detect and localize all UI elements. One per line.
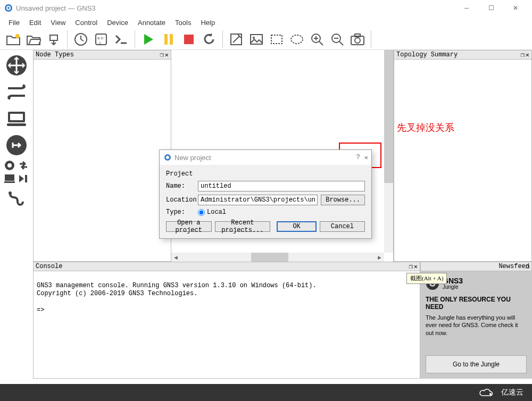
- canvas-horizontal-scrollbar[interactable]: [171, 253, 384, 262]
- console-body[interactable]: GNS3 management console. Running GNS3 ve…: [33, 271, 420, 379]
- device-sync-icon[interactable]: [18, 160, 29, 171]
- svg-point-34: [7, 163, 12, 168]
- reload-icon[interactable]: [200, 30, 218, 48]
- menubar: File Edit View Control Device Annotate T…: [0, 16, 532, 29]
- footer-brand: 亿速云: [501, 388, 523, 397]
- cloud-logo-icon: [478, 387, 496, 398]
- console-icon[interactable]: [112, 30, 130, 48]
- node-types-title: Node Types: [36, 51, 74, 59]
- svg-text:a b: a b: [97, 36, 104, 40]
- svg-rect-15: [271, 35, 282, 44]
- ok-button[interactable]: OK: [277, 221, 316, 232]
- location-input[interactable]: [198, 195, 318, 205]
- console-dock-icon[interactable]: ❐: [409, 263, 413, 271]
- window-title: Unsaved project — GNS3: [16, 4, 96, 12]
- annotation-label: 先叉掉没关系: [397, 121, 454, 134]
- stop-icon[interactable]: [180, 30, 198, 48]
- play-icon[interactable]: [139, 30, 157, 48]
- menu-device[interactable]: Device: [103, 18, 132, 28]
- node-types-panel: Node Types ❐✕: [33, 50, 171, 262]
- open-project-icon[interactable]: [24, 30, 43, 48]
- go-to-jungle-button[interactable]: Go to the Jungle: [426, 355, 527, 373]
- newsfeed-text: The Jungle has everything you will ever …: [426, 314, 527, 337]
- svg-line-18: [319, 41, 323, 45]
- zoom-out-icon[interactable]: [328, 30, 346, 48]
- console-panel: Console ❐✕ GNS3 management console. Runn…: [33, 262, 420, 379]
- device-skip-icon[interactable]: [18, 173, 29, 184]
- svg-rect-25: [355, 34, 360, 37]
- console-close-icon[interactable]: ✕: [414, 263, 418, 271]
- menu-file[interactable]: File: [4, 18, 24, 28]
- canvas-vertical-scrollbar[interactable]: [384, 50, 393, 253]
- device-toolbar: [0, 50, 33, 262]
- name-input[interactable]: [198, 181, 365, 191]
- annotate-note-icon[interactable]: [227, 30, 245, 48]
- svg-point-3: [15, 34, 20, 38]
- svg-rect-37: [25, 175, 27, 182]
- new-project-dialog: New project ? ✕ Project Name: Location: …: [159, 149, 372, 239]
- menu-help[interactable]: Help: [196, 18, 219, 28]
- menu-tools[interactable]: Tools: [171, 18, 195, 28]
- snapshot-icon[interactable]: [72, 30, 90, 48]
- zoom-in-icon[interactable]: [308, 30, 326, 48]
- node-types-dock-icon[interactable]: ❐: [160, 51, 164, 59]
- dialog-close-icon[interactable]: ✕: [364, 154, 368, 162]
- type-local-radio-input[interactable]: [198, 209, 205, 216]
- svg-point-26: [355, 38, 360, 43]
- type-local-label: Local: [207, 208, 226, 216]
- draw-ellipse-icon[interactable]: [288, 30, 306, 48]
- type-label: Type:: [166, 208, 198, 216]
- svg-point-14: [253, 37, 255, 39]
- open-project-button[interactable]: Open a project: [166, 221, 212, 232]
- draw-rectangle-icon[interactable]: [268, 30, 286, 48]
- new-project-icon[interactable]: [4, 30, 22, 48]
- menu-annotate[interactable]: Annotate: [134, 18, 170, 28]
- all-devices-icon[interactable]: [4, 160, 15, 171]
- node-types-body[interactable]: [33, 60, 171, 262]
- maximize-button[interactable]: ☐: [479, 0, 503, 16]
- topology-summary-body[interactable]: [394, 60, 532, 262]
- newsfeed-body: GNS3 Jungle THE ONLY RESOURCE YOU NEED T…: [420, 271, 532, 379]
- browse-button[interactable]: Browse...: [321, 195, 365, 205]
- dialog-help-icon[interactable]: ?: [356, 154, 360, 162]
- console-line-1: GNS3 management console. Running GNS3 ve…: [37, 282, 317, 289]
- insert-image-icon[interactable]: [247, 30, 265, 48]
- menu-edit[interactable]: Edit: [25, 18, 45, 28]
- switch-devices-icon[interactable]: [4, 80, 29, 104]
- end-devices-icon[interactable]: [4, 106, 29, 131]
- svg-point-16: [291, 35, 303, 44]
- pause-icon[interactable]: [160, 30, 178, 48]
- save-project-icon[interactable]: [45, 30, 63, 48]
- topology-dock-icon[interactable]: ❐: [521, 51, 525, 59]
- console-prompt: =>: [37, 306, 44, 314]
- menu-control[interactable]: Control: [71, 18, 102, 28]
- topology-close-icon[interactable]: ✕: [526, 51, 529, 59]
- node-types-close-icon[interactable]: ✕: [165, 51, 169, 59]
- security-devices-icon[interactable]: [4, 133, 29, 157]
- svg-rect-9: [164, 34, 168, 45]
- recent-projects-button[interactable]: Recent projects...: [215, 221, 271, 232]
- window-titlebar: Unsaved project — GNS3 ─ ☐ ✕: [0, 0, 532, 16]
- location-label: Location:: [166, 196, 198, 204]
- add-link-icon[interactable]: [4, 186, 29, 211]
- app-icon: [4, 4, 13, 12]
- toolbar: a bc: [0, 29, 532, 50]
- newsfeed-heading: THE ONLY RESOURCE YOU NEED: [426, 296, 527, 311]
- router-devices-icon[interactable]: [4, 53, 29, 78]
- dialog-app-icon: [164, 154, 171, 161]
- menu-view[interactable]: View: [46, 18, 70, 28]
- svg-rect-29: [10, 114, 23, 120]
- type-local-radio[interactable]: Local: [198, 208, 230, 216]
- device-host-icon[interactable]: [4, 173, 15, 184]
- show-names-icon[interactable]: a bc: [92, 30, 110, 48]
- svg-rect-30: [7, 123, 26, 126]
- screenshot-icon[interactable]: [348, 30, 367, 48]
- svg-point-40: [166, 156, 169, 159]
- svg-line-22: [339, 41, 343, 45]
- dialog-title: New project: [174, 154, 211, 162]
- close-button[interactable]: ✕: [503, 0, 528, 16]
- minimize-button[interactable]: ─: [454, 0, 479, 16]
- cancel-button[interactable]: Cancel: [320, 221, 365, 232]
- page-footer: 亿速云: [0, 384, 532, 401]
- screenshot-tooltip: 截图(Alt + A): [406, 273, 447, 284]
